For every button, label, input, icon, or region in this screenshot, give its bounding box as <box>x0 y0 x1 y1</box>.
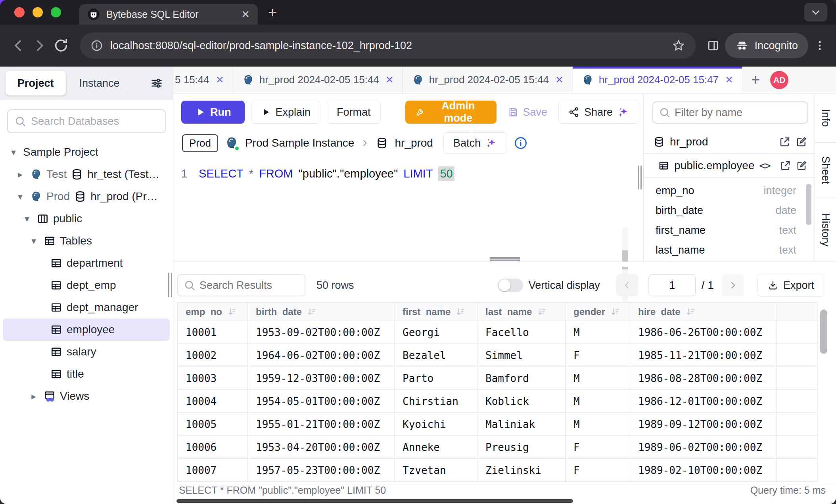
column-row-first_name[interactable]: first_nametext <box>644 220 815 240</box>
schema-table-row[interactable]: public.employee <> <box>644 154 815 178</box>
cell-r5-hire_date[interactable]: 1989-09-12T00:00:00Z <box>630 413 777 436</box>
column-header-birth_date[interactable]: birth_date <box>248 303 395 321</box>
cell-r5-gender[interactable]: M <box>566 413 630 436</box>
prev-page-button[interactable] <box>616 274 638 296</box>
minimize-window-button[interactable] <box>33 7 43 17</box>
cell-r7-birth_date[interactable]: 1957-05-23T00:00:00Z <box>248 459 395 482</box>
save-button[interactable]: Save <box>503 101 552 124</box>
cell-r5-last_name[interactable]: Maliniak <box>477 413 566 436</box>
site-info-icon[interactable] <box>90 39 103 52</box>
cell-r2-emp_no[interactable]: 10002 <box>178 344 248 367</box>
forward-icon[interactable] <box>32 38 48 53</box>
cell-r4-birth_date[interactable]: 1954-05-01T00:00:00Z <box>248 390 395 413</box>
cell-r1-last_name[interactable]: Facello <box>477 321 566 344</box>
cell-r5-birth_date[interactable]: 1955-01-21T00:00:00Z <box>248 413 395 436</box>
share-button[interactable]: Share <box>558 101 639 124</box>
side-panel-icon[interactable] <box>707 39 719 52</box>
cell-r6-birth_date[interactable]: 1953-04-20T00:00:00Z <box>248 436 395 459</box>
column-header-emp_no[interactable]: emp_no <box>178 303 248 321</box>
browser-menu-icon[interactable] <box>814 40 826 52</box>
column-header-last_name[interactable]: last_name <box>477 303 566 321</box>
sort-icon[interactable] <box>307 307 317 317</box>
cell-r7-emp_no[interactable]: 10007 <box>178 459 248 482</box>
close-window-button[interactable] <box>14 7 25 17</box>
batch-button[interactable]: Batch <box>443 132 507 154</box>
tab-project[interactable]: Project <box>6 71 66 95</box>
cell-r2-birth_date[interactable]: 1964-06-02T00:00:00Z <box>248 344 395 367</box>
page-number-input[interactable] <box>648 274 696 296</box>
chevron-right-icon[interactable]: ▸ <box>28 391 39 402</box>
new-browser-tab-button[interactable]: + <box>258 5 287 20</box>
cell-r1-birth_date[interactable]: 1953-09-02T00:00:00Z <box>248 321 395 344</box>
column-row-birth_date[interactable]: birth_datedate <box>644 200 815 220</box>
code-icon[interactable]: <> <box>759 160 770 172</box>
tree-item-tables[interactable]: ▾Tables <box>3 230 170 252</box>
url-bar[interactable]: localhost:8080/sql-editor/prod-sample-in… <box>80 32 696 59</box>
horizontal-scrollbar-thumb[interactable] <box>176 499 573 503</box>
close-tab-icon[interactable]: ✕ <box>241 8 250 21</box>
explain-button[interactable]: Explain <box>251 101 320 124</box>
cell-r4-first_name[interactable]: Chirstian <box>395 390 477 413</box>
cell-r2-first_name[interactable]: Bezalel <box>395 344 477 367</box>
results-search-input[interactable] <box>199 279 299 292</box>
cell-r6-first_name[interactable]: Anneke <box>395 436 477 459</box>
cell-r5-emp_no[interactable]: 10005 <box>178 413 248 436</box>
close-icon[interactable]: ✕ <box>385 74 394 86</box>
cell-r7-hire_date[interactable]: 1989-02-10T00:00:00Z <box>630 459 777 482</box>
user-avatar[interactable]: AD <box>770 71 788 89</box>
edit-icon[interactable] <box>796 160 807 172</box>
cell-r1-gender[interactable]: M <box>566 321 630 344</box>
results-splitter[interactable] <box>173 262 836 267</box>
close-icon[interactable]: ✕ <box>216 74 224 86</box>
cell-r1-hire_date[interactable]: 1986-06-26T00:00:00Z <box>630 321 777 344</box>
close-icon[interactable]: ✕ <box>725 74 733 86</box>
sql-code-area[interactable]: 1 SELECT*FROM"public"."employee"LIMIT50 <box>173 157 639 262</box>
tree-item-salary[interactable]: salary <box>3 341 170 363</box>
database-search-input[interactable] <box>31 115 159 128</box>
column-list-scrollbar[interactable] <box>806 184 811 225</box>
cell-r6-last_name[interactable]: Preusig <box>477 436 566 459</box>
cell-r7-last_name[interactable]: Zielinski <box>477 459 566 482</box>
results-horizontal-scrollbar[interactable] <box>173 498 836 504</box>
cell-r7-gender[interactable]: F <box>566 459 630 482</box>
sheet-tab-3[interactable]: hr_prod 2024-02-05 15:44 ✕ <box>403 67 573 93</box>
cell-r6-hire_date[interactable]: 1989-06-02T00:00:00Z <box>630 436 777 459</box>
sidebar-resize-handle[interactable] <box>168 273 173 297</box>
filter-settings-icon[interactable] <box>150 76 163 90</box>
tree-item-test[interactable]: ▸Testhr_test (Test… <box>3 163 170 185</box>
chevron-down-icon[interactable]: ▾ <box>21 214 33 224</box>
results-search[interactable] <box>177 274 305 296</box>
run-button[interactable]: Run <box>181 101 245 124</box>
sort-icon[interactable] <box>610 307 620 317</box>
column-header-hire_date[interactable]: hire_date <box>630 303 777 321</box>
cell-r3-last_name[interactable]: Bamford <box>477 367 566 390</box>
sort-icon[interactable] <box>537 307 547 317</box>
column-row-last_name[interactable]: last_nametext <box>644 240 815 260</box>
cell-r2-last_name[interactable]: Simmel <box>477 344 566 367</box>
next-page-button[interactable] <box>722 274 744 296</box>
column-header-gender[interactable]: gender <box>566 303 630 321</box>
cell-r7-first_name[interactable]: Tzvetan <box>395 459 477 482</box>
cell-r6-gender[interactable]: F <box>566 436 630 459</box>
tree-item-public[interactable]: ▾public <box>3 208 170 230</box>
column-header-first_name[interactable]: first_name <box>395 303 477 321</box>
cell-r3-first_name[interactable]: Parto <box>395 367 477 390</box>
database-search[interactable] <box>7 109 166 133</box>
cell-r5-first_name[interactable]: Kyoichi <box>395 413 477 436</box>
splitter-drag-handle[interactable] <box>490 257 520 261</box>
sheet-tab-2[interactable]: hr_prod 2024-02-05 15:44 ✕ <box>233 67 403 93</box>
cell-r4-last_name[interactable]: Koblick <box>477 390 566 413</box>
close-icon[interactable]: ✕ <box>555 74 564 86</box>
cell-r4-hire_date[interactable]: 1986-12-01T00:00:00Z <box>630 390 777 413</box>
chevron-right-icon[interactable]: ▸ <box>15 169 26 180</box>
reload-icon[interactable] <box>53 38 69 53</box>
cell-r4-emp_no[interactable]: 10004 <box>178 390 248 413</box>
cell-r6-emp_no[interactable]: 10006 <box>178 436 248 459</box>
export-button[interactable]: Export <box>757 274 824 297</box>
tree-item-views[interactable]: ▸Views <box>3 385 170 407</box>
open-external-icon[interactable] <box>779 136 791 148</box>
chevron-down-icon[interactable]: ▾ <box>28 236 39 246</box>
instance-name[interactable]: Prod Sample Instance <box>245 137 355 149</box>
results-vertical-scrollbar[interactable] <box>820 309 827 354</box>
tree-item-dept-manager[interactable]: dept_manager <box>3 296 170 319</box>
